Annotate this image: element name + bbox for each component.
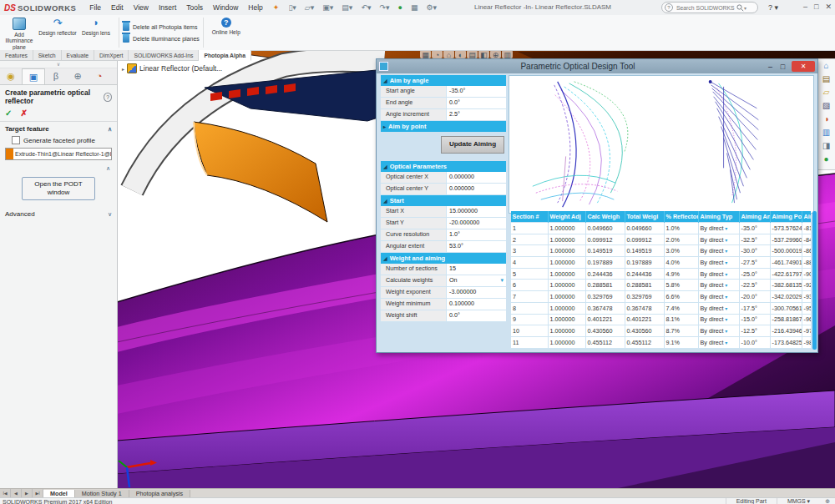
- dialog-close-button[interactable]: ✕: [792, 61, 815, 72]
- design-lens-button[interactable]: ◗ Design lens: [77, 15, 115, 50]
- undo-icon[interactable]: ↶▾: [357, 3, 375, 12]
- reflector-curve-preview[interactable]: [509, 75, 814, 214]
- minimize-button[interactable]: –: [803, 3, 807, 11]
- restore-button[interactable]: □: [814, 3, 818, 11]
- status-icon[interactable]: ●: [823, 153, 828, 166]
- document-tab[interactable]: Model: [43, 490, 75, 497]
- table-scrollbar[interactable]: [812, 211, 817, 350]
- property-value[interactable]: 0.000000: [447, 172, 506, 183]
- menu-item[interactable]: Insert: [154, 3, 181, 12]
- open-podt-window-button[interactable]: Open the PODT window: [22, 177, 95, 200]
- help-menu[interactable]: ? ▾: [768, 3, 778, 12]
- generate-faceted-profile-checkbox[interactable]: [12, 136, 20, 144]
- table-row[interactable]: 71.0000000.3297690.3297696.6%By direct-2…: [511, 291, 812, 303]
- column-header[interactable]: Aiming Typ: [698, 211, 739, 223]
- forum-icon[interactable]: ◨: [822, 139, 830, 153]
- target-feature-selection[interactable]: Extrude-Thin1@Linear Reflector-1@Lin: [5, 148, 112, 160]
- open-file-icon[interactable]: ▱▾: [301, 3, 318, 12]
- column-header[interactable]: % Reflector: [664, 211, 698, 223]
- table-row[interactable]: 21.0000000.0999120.0999122.0%By direct-3…: [511, 234, 812, 245]
- ok-button[interactable]: ✓: [5, 108, 12, 118]
- property-value[interactable]: 2.5°: [447, 109, 506, 120]
- expanded-triangle-icon[interactable]: ◢: [383, 198, 387, 204]
- section-header[interactable]: ◢Weight and aiming: [381, 253, 506, 264]
- column-header[interactable]: Section #: [511, 211, 549, 223]
- section-header[interactable]: ◢Start: [381, 195, 506, 206]
- aiming-type-dropdown-cell[interactable]: By direct: [698, 336, 739, 348]
- ribbon-tab[interactable]: Evaluate: [62, 50, 94, 61]
- solidworks-resources-icon[interactable]: ⌂: [823, 59, 828, 73]
- section-header[interactable]: ▸Aim by point: [381, 121, 506, 132]
- configurationmanager-tab[interactable]: β: [45, 68, 67, 84]
- zoom-area-icon[interactable]: ◔: [432, 50, 443, 58]
- appearances-icon[interactable]: ◑: [823, 113, 828, 126]
- aiming-type-dropdown-cell[interactable]: By direct: [698, 257, 739, 269]
- expanded-triangle-icon[interactable]: ◢: [383, 164, 387, 169]
- search-icon[interactable]: [736, 4, 744, 12]
- dialog-maximize-button[interactable]: □: [777, 63, 789, 71]
- property-value[interactable]: -20.000000: [447, 218, 506, 229]
- delete-all-photopia-items-button[interactable]: Delete all Photopia items: [123, 23, 200, 31]
- menu-item[interactable]: Window: [208, 3, 243, 12]
- tree-item-label[interactable]: Linear Reflector (Default...: [139, 64, 222, 73]
- print-icon[interactable]: ▤▾: [337, 3, 357, 12]
- new-file-icon[interactable]: ▯▾: [284, 3, 300, 12]
- featuremanager-tab[interactable]: ◉: [0, 68, 22, 84]
- previous-view-icon[interactable]: ⌂: [443, 50, 454, 58]
- menu-item[interactable]: Help: [243, 3, 267, 12]
- search-dropdown-icon[interactable]: ▾: [744, 5, 746, 11]
- add-illuminance-plane-button[interactable]: Add Illuminance plane: [0, 15, 38, 50]
- aiming-type-dropdown-cell[interactable]: By direct: [698, 223, 739, 234]
- column-header[interactable]: Aiming Poi: [770, 211, 802, 223]
- table-row[interactable]: 111.0000000.4551120.4551129.1%By direct-…: [511, 336, 812, 348]
- design-library-icon[interactable]: ▤: [822, 73, 830, 86]
- zoom-fit-icon[interactable]: ▦: [420, 50, 431, 58]
- document-tab[interactable]: Motion Study 1: [75, 490, 129, 497]
- table-row[interactable]: 61.0000000.2885810.2885815.8%By direct-2…: [511, 280, 812, 291]
- view-palette-icon[interactable]: ▨: [822, 99, 830, 113]
- section-header[interactable]: ◢Aim by angle: [381, 75, 506, 86]
- aiming-type-dropdown-cell[interactable]: By direct: [698, 291, 739, 303]
- aiming-type-dropdown-cell[interactable]: By direct: [698, 268, 739, 280]
- table-row[interactable]: 31.0000000.1495190.1495193.0%By direct-3…: [511, 245, 812, 257]
- aiming-type-dropdown-cell[interactable]: By direct: [698, 302, 739, 314]
- menu-item[interactable]: View: [129, 3, 154, 12]
- displaymanager-tab[interactable]: ◔: [89, 68, 110, 84]
- collapsed-triangle-icon[interactable]: ▸: [383, 123, 386, 129]
- ribbon-tab[interactable]: DimXpert: [94, 50, 129, 61]
- target-feature-header[interactable]: Target feature ∧: [0, 122, 117, 134]
- view-settings-icon[interactable]: ▥: [502, 50, 513, 58]
- search-input[interactable]: [675, 4, 736, 12]
- menu-item[interactable]: Edit: [106, 3, 129, 12]
- property-value[interactable]: 15: [447, 264, 506, 275]
- ribbon-tab[interactable]: Sketch: [33, 50, 62, 61]
- property-value[interactable]: 1.0°: [447, 229, 506, 240]
- property-value[interactable]: 53.0°: [447, 241, 506, 252]
- hide-show-items-icon[interactable]: ⊕: [490, 50, 501, 58]
- table-row[interactable]: 41.0000000.1978890.1978894.0%By direct-2…: [511, 257, 812, 269]
- property-value[interactable]: 0.000000: [447, 184, 506, 194]
- pin-icon[interactable]: ✦: [273, 3, 280, 12]
- ribbon-tab[interactable]: SOLIDWORKS Add-Ins: [129, 50, 199, 61]
- dialog-minimize-button[interactable]: –: [764, 63, 777, 71]
- aiming-type-dropdown-cell[interactable]: By direct: [698, 314, 739, 325]
- panel-collapse-chevron-icon[interactable]: ∨: [0, 61, 117, 68]
- feature-tree-node[interactable]: ▸ Linear Reflector (Default...: [122, 63, 222, 73]
- property-value[interactable]: -3.000000: [447, 287, 506, 298]
- aiming-type-dropdown-cell[interactable]: By direct: [698, 325, 739, 337]
- column-header[interactable]: Weight Adj: [548, 211, 585, 223]
- table-row[interactable]: 51.0000000.2444360.2444364.9%By direct-2…: [511, 268, 812, 280]
- aiming-type-dropdown-cell[interactable]: By direct: [698, 234, 739, 245]
- cancel-button[interactable]: ✗: [20, 108, 27, 118]
- column-header[interactable]: Aiming Ang: [739, 211, 770, 223]
- save-icon[interactable]: ▣▾: [318, 3, 337, 12]
- search-box[interactable]: ? ▾: [661, 2, 758, 13]
- online-help-button[interactable]: ? Online Help: [207, 15, 245, 50]
- column-header[interactable]: Total Weigl: [625, 211, 664, 223]
- property-value[interactable]: -35.0°: [447, 86, 506, 97]
- menu-item[interactable]: File: [84, 3, 106, 12]
- expanded-triangle-icon[interactable]: ◢: [383, 255, 387, 261]
- property-value[interactable]: On: [447, 275, 506, 286]
- units-selector[interactable]: MMGS ▾: [777, 498, 820, 504]
- display-style-icon[interactable]: ◧: [478, 50, 489, 58]
